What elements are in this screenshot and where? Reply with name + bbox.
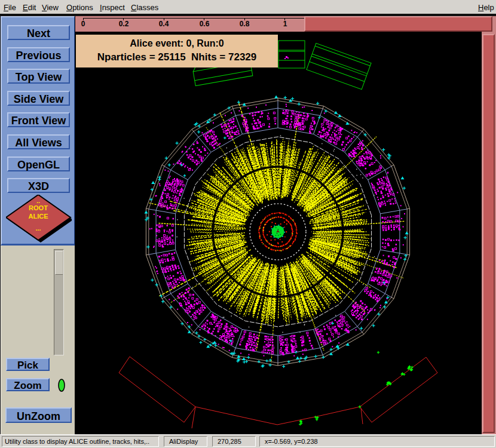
svg-text:ALICE: ALICE: [29, 213, 48, 220]
svg-text:...: ...: [35, 225, 41, 232]
svg-text:ROOT: ROOT: [29, 204, 48, 211]
svg-text:..: ..: [36, 197, 40, 204]
